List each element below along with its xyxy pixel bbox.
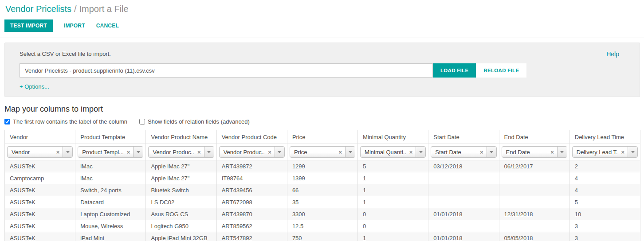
table-cell: Camptocamp (5, 172, 75, 184)
table-cell: 0 (358, 220, 428, 232)
first-row-label-checkbox[interactable] (4, 119, 10, 124)
table-cell (428, 196, 499, 208)
breadcrumb-parent-link[interactable]: Vendor Pricelists (5, 4, 71, 14)
field-selector-dropdown[interactable]: Delivery Lead T...× (572, 146, 638, 158)
clear-field-icon[interactable]: × (124, 149, 134, 155)
table-cell: 1 (358, 172, 428, 184)
clear-field-icon[interactable]: × (406, 149, 416, 155)
breadcrumb: Vendor Pricelists/Import a File (0, 0, 644, 16)
dropdown-arrow-icon[interactable] (204, 147, 214, 157)
clear-field-icon[interactable]: × (547, 149, 557, 155)
table-cell: 05/05/2018 (499, 232, 569, 241)
help-link[interactable]: Help (606, 51, 619, 58)
dropdown-arrow-icon[interactable] (345, 147, 355, 157)
options-link[interactable]: + Options... (20, 83, 49, 90)
table-cell: 06/12/2017 (499, 160, 569, 172)
mapping-options: The first row contains the label of the … (4, 118, 644, 125)
table-cell (428, 172, 499, 184)
dropdown-arrow-icon[interactable] (275, 147, 284, 157)
field-selector-dropdown[interactable]: Minimal Quanti...× (360, 146, 426, 158)
field-selector-dropdown[interactable]: Start Date× (431, 146, 496, 158)
field-selector-value: Price (290, 149, 336, 155)
chevron-down-icon (137, 151, 140, 153)
clear-field-icon[interactable]: × (336, 149, 346, 155)
table-cell: IT98764 (216, 172, 287, 184)
table-cell (499, 196, 569, 208)
chevron-down-icon (560, 151, 564, 153)
table-cell: Datacard (75, 196, 146, 208)
field-selector-cell: Product Templ...× (75, 144, 146, 160)
table-cell: 3 (569, 232, 640, 241)
field-selector-dropdown[interactable]: Vendor Produc...× (148, 146, 214, 158)
table-cell: Laptop Customized (75, 208, 146, 220)
table-row: ASUSTeKLaptop CustomizedAsus ROG CSART43… (5, 208, 640, 220)
breadcrumb-current: Import a File (79, 4, 129, 14)
field-selector-dropdown[interactable]: Vendor Produc...× (219, 146, 285, 158)
dropdown-arrow-icon[interactable] (628, 147, 637, 157)
table-cell: 35 (287, 196, 357, 208)
cancel-button[interactable]: CANCEL (96, 19, 119, 32)
chevron-down-icon (207, 151, 211, 153)
mapping-section-title: Map your columns to import (4, 105, 644, 114)
chevron-down-icon (349, 151, 352, 153)
field-selector-dropdown[interactable]: Vendor× (7, 146, 73, 158)
file-panel: Select a CSV or Excel file to import. He… (4, 43, 640, 97)
toolbar: TEST IMPORT IMPORT CANCEL (0, 16, 644, 38)
table-cell: ART439872 (216, 160, 287, 172)
column-header: Start Date (428, 130, 499, 144)
file-name-input[interactable] (20, 63, 433, 78)
column-header: End Date (499, 130, 569, 144)
table-cell: ASUSTeK (5, 232, 75, 241)
field-selector-cell: Price× (287, 144, 357, 160)
dropdown-arrow-icon[interactable] (487, 147, 496, 157)
dropdown-arrow-icon[interactable] (133, 147, 143, 157)
field-selector-value: Start Date (431, 149, 477, 155)
import-button[interactable]: IMPORT (64, 19, 85, 32)
table-cell: 5 (358, 160, 428, 172)
clear-field-icon[interactable]: × (53, 149, 63, 155)
first-row-label-text: The first row contains the label of the … (13, 118, 127, 125)
table-cell: iMac (75, 160, 146, 172)
field-selector-cell: Vendor Produc...× (216, 144, 287, 160)
table-cell: Apple iPad Mini 32GB (146, 232, 216, 241)
field-selector-dropdown[interactable]: End Date× (502, 146, 567, 158)
clear-field-icon[interactable]: × (477, 149, 487, 155)
test-import-button[interactable]: TEST IMPORT (4, 19, 53, 32)
clear-field-icon[interactable]: × (194, 149, 204, 155)
field-selector-dropdown[interactable]: Product Templ...× (78, 146, 143, 158)
relation-fields-option[interactable]: Show fields of relation fields (advanced… (139, 118, 250, 125)
reload-file-button[interactable]: RELOAD FILE (476, 63, 526, 78)
table-cell: ART859562 (216, 220, 287, 232)
dropdown-arrow-icon[interactable] (416, 147, 425, 157)
table-cell: 3300 (287, 208, 357, 220)
table-cell: Apple iMac 27" (146, 172, 216, 184)
field-selector-value: Vendor Produc... (220, 149, 265, 155)
clear-field-icon[interactable]: × (265, 149, 275, 155)
table-cell: ART439456 (216, 184, 287, 196)
load-file-button[interactable]: LOAD FILE (433, 63, 476, 78)
table-row: ASUSTeKiPad MiniApple iPad Mini 32GBART5… (5, 232, 640, 241)
clear-field-icon[interactable]: × (618, 149, 628, 155)
field-selector-cell: Start Date× (428, 144, 499, 160)
table-row: ASUSTeKiMacApple iMac 27"ART439872129950… (5, 160, 640, 172)
table-cell: 4 (569, 184, 640, 196)
table-cell: 4 (569, 172, 640, 184)
file-panel-label: Select a CSV or Excel file to import. (20, 51, 111, 57)
table-cell: ASUSTeK (5, 208, 75, 220)
chevron-down-icon (490, 151, 493, 153)
field-selector-dropdown[interactable]: Price× (290, 146, 355, 158)
field-selector-cell: End Date× (499, 144, 569, 160)
relation-fields-checkbox[interactable] (139, 119, 145, 124)
first-row-label-option[interactable]: The first row contains the label of the … (4, 118, 127, 125)
table-cell: 1 (358, 232, 428, 241)
dropdown-arrow-icon[interactable] (557, 147, 567, 157)
field-selector-value: Vendor Produc... (149, 149, 194, 155)
table-cell: 01/01/2018 (428, 232, 499, 241)
column-header: Vendor Product Name (146, 130, 216, 144)
table-cell: 1 (358, 184, 428, 196)
dropdown-arrow-icon[interactable] (63, 147, 72, 157)
table-cell: 5 (569, 196, 640, 208)
import-page: Vendor Pricelists/Import a File TEST IMP… (0, 0, 644, 241)
table-row: CamptocampiMacApple iMac 27"IT9876413991… (5, 172, 640, 184)
import-preview-table: VendorProduct TemplateVendor Product Nam… (4, 130, 640, 241)
